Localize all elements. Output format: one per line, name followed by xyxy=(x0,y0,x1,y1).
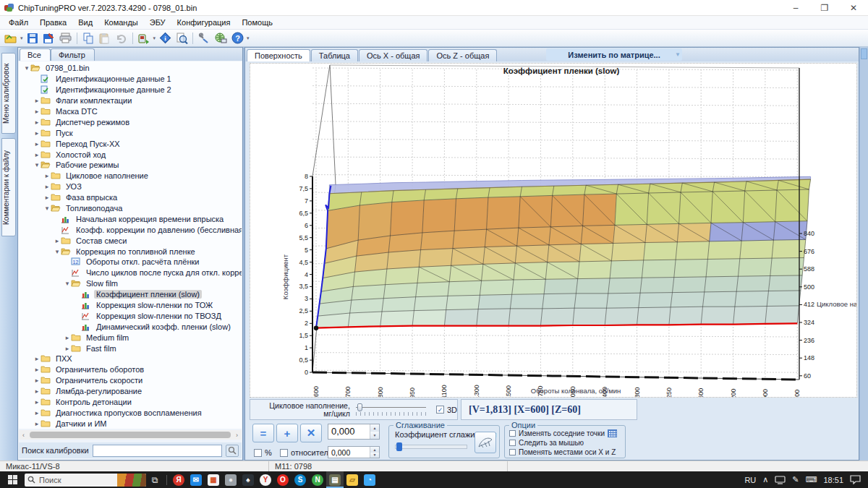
expand-icon[interactable]: ▸ xyxy=(33,355,41,362)
expand-icon[interactable]: ▸ xyxy=(33,366,41,373)
tree-item[interactable]: ▸Лямбда-регулирование xyxy=(20,386,242,397)
yandex-icon[interactable]: Я xyxy=(170,471,187,488)
tree-item[interactable]: Коррекция slow-пленки по ТВОЗД xyxy=(20,310,242,321)
language-indicator[interactable]: RU xyxy=(744,476,756,484)
tree-item[interactable]: ▸Цикловое наполнение xyxy=(20,171,242,181)
copy-icon[interactable] xyxy=(80,30,96,46)
tree-item[interactable]: Идентификационные данные 1 xyxy=(20,74,242,85)
chiptuning-icon[interactable]: ▤ xyxy=(326,471,344,488)
clock[interactable]: 18:51 xyxy=(823,476,843,484)
save-as-icon[interactable] xyxy=(41,30,57,46)
tree-item[interactable]: ▸Фаза впрыска xyxy=(20,192,242,203)
spin-up-icon[interactable]: ▲ xyxy=(370,424,379,432)
expand-icon[interactable]: ▸ xyxy=(64,334,71,341)
tree-item[interactable]: ▾Топливоподача xyxy=(20,203,242,214)
expand-icon[interactable]: ▸ xyxy=(43,183,51,190)
menu-Помощь[interactable]: Помощь xyxy=(236,17,278,28)
option-checkbox[interactable] xyxy=(509,449,516,455)
tab-Фильтр[interactable]: Фильтр xyxy=(51,48,95,61)
set-value-button[interactable]: = xyxy=(252,424,274,442)
option-checkbox[interactable] xyxy=(509,440,516,446)
smoothing-slider-handle[interactable] xyxy=(396,442,402,451)
tree-item[interactable]: ▸Диагностика пропусков воспламенения xyxy=(20,408,242,419)
scroll-right-icon[interactable]: › xyxy=(232,432,242,439)
tree-item[interactable]: Число циклов после пуска для откл. корре… xyxy=(20,267,242,278)
explorer-icon[interactable]: ▱ xyxy=(344,471,361,488)
expand-icon[interactable]: ▸ xyxy=(64,345,71,352)
ecu-caret-icon[interactable]: ▾ xyxy=(153,35,156,41)
tree-item[interactable]: ▸Флаги комплектации xyxy=(20,95,242,106)
tree-item[interactable]: ▸Состав смеси xyxy=(20,235,242,246)
slider-handle[interactable] xyxy=(357,403,362,411)
tree-item[interactable]: ▸Контроль детонации xyxy=(20,397,242,408)
open-file-icon[interactable] xyxy=(3,30,19,46)
close-button[interactable]: ✕ xyxy=(839,0,868,15)
menu-Конфигурация[interactable]: Конфигурация xyxy=(171,17,237,28)
tree-item[interactable]: Начальная коррекция времени впрыска xyxy=(20,213,242,224)
checkbox-relative[interactable] xyxy=(280,449,288,457)
expand-icon[interactable]: ▸ xyxy=(33,398,41,406)
tree-item[interactable]: Динамический коэфф. пленки (slow) xyxy=(20,321,242,332)
tree-item[interactable]: ▾Коррекция по топливной пленке xyxy=(20,246,242,257)
tab-Ось X - общая[interactable]: Ось X - общая xyxy=(359,49,428,61)
tree-item[interactable]: ▸Холостой ход xyxy=(20,149,242,160)
tab-Таблица[interactable]: Таблица xyxy=(311,49,358,61)
tree-item[interactable]: ▸Переход Пуск-ХХ xyxy=(20,138,242,149)
search-document-icon[interactable] xyxy=(174,30,190,46)
paint-icon[interactable]: ◔ xyxy=(361,471,378,488)
tab-Ось Z - общая[interactable]: Ось Z - общая xyxy=(428,49,497,61)
open-caret-icon[interactable]: ▾ xyxy=(20,35,23,41)
expand-icon[interactable]: ▸ xyxy=(33,108,41,115)
undo-icon[interactable] xyxy=(114,30,129,46)
tree-horizontal-scrollbar[interactable]: ‹ › xyxy=(19,430,242,440)
tree-item[interactable]: ▾Рабочие режимы xyxy=(20,160,242,171)
print-icon[interactable] xyxy=(58,30,74,46)
search-go-icon[interactable] xyxy=(226,445,239,457)
expand-icon[interactable]: ▸ xyxy=(33,97,41,104)
tree-item[interactable]: ▸Medium film xyxy=(20,332,242,343)
expand-icon[interactable]: ▸ xyxy=(33,420,41,427)
tab-Все[interactable]: Все xyxy=(20,48,51,61)
spin-up-icon[interactable]: ▲ xyxy=(370,447,379,453)
toolbar-overflow-icon[interactable]: ▾ xyxy=(247,35,250,41)
tree-item[interactable]: 12Обороты откл. расчёта плёнки xyxy=(20,257,242,267)
tree-item[interactable]: Коэфф. коррекции по давлению (бессливная… xyxy=(20,224,242,235)
value-spinbox[interactable]: 0,000 ▲▼ xyxy=(328,424,380,440)
collapse-icon[interactable]: ▾ xyxy=(43,205,51,212)
tree-item[interactable]: ▸Маска DTC xyxy=(20,106,242,117)
info-icon[interactable]: i xyxy=(157,30,173,46)
save-icon[interactable] xyxy=(25,30,41,46)
paste-icon[interactable] xyxy=(97,30,113,46)
store-icon[interactable]: ▦ xyxy=(205,471,222,488)
tree-item[interactable]: ▸Fast film xyxy=(20,343,242,354)
task-view-icon[interactable]: ⧉ xyxy=(146,475,163,485)
checkbox-percent[interactable] xyxy=(254,449,262,457)
side-tab-comments[interactable]: Комментарии к файлу xyxy=(1,138,16,236)
tree-item[interactable]: Идентификационные данные 2 xyxy=(20,85,242,95)
tools-icon[interactable] xyxy=(196,30,212,46)
multiply-value-button[interactable]: ✕ xyxy=(300,424,322,442)
taskbar-search[interactable]: Поиск xyxy=(25,474,146,487)
vpn-icon[interactable]: N xyxy=(309,471,326,488)
tab-Поверхность[interactable]: Поверхность xyxy=(247,49,310,61)
restore-button[interactable]: ❐ xyxy=(810,0,839,15)
tree-item[interactable]: ▾Slow film xyxy=(20,278,242,289)
tree-item[interactable]: Коэффициент пленки (slow) xyxy=(20,289,242,300)
minimize-button[interactable]: – xyxy=(781,0,810,15)
network-tray-icon[interactable] xyxy=(775,476,786,484)
ybrowser-icon[interactable]: Y xyxy=(257,471,274,488)
start-button[interactable] xyxy=(0,471,25,488)
mail-icon[interactable]: ✉ xyxy=(187,471,205,488)
tree-item[interactable]: ▸Диспетчер режимов xyxy=(20,116,242,127)
expand-icon[interactable]: ▸ xyxy=(33,409,41,416)
option-checkbox[interactable] xyxy=(509,430,516,437)
menu-Правка[interactable]: Правка xyxy=(34,17,72,28)
add-value-button[interactable]: + xyxy=(276,424,298,442)
tree-item[interactable]: ▸Пуск xyxy=(20,127,242,138)
spin-down-icon[interactable]: ▼ xyxy=(370,453,379,458)
calibration-search-input[interactable] xyxy=(93,445,222,457)
collapse-icon[interactable]: ▾ xyxy=(23,64,30,72)
tree-item[interactable]: ▸Ограничитель оборотов xyxy=(20,364,242,375)
keyboard-tray-icon[interactable]: ⌨ xyxy=(806,475,817,484)
help-icon[interactable]: ? xyxy=(229,30,245,46)
